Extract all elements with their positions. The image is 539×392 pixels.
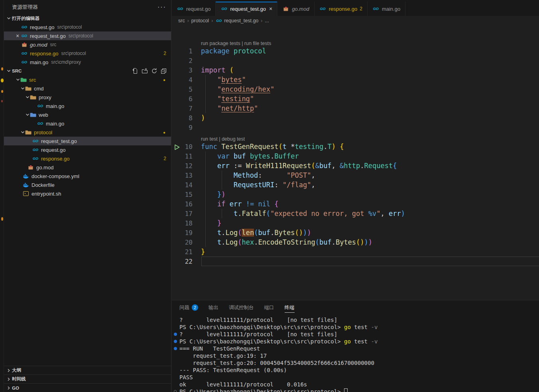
tree-label: go.mod: [36, 165, 53, 171]
chevron-down-icon: [6, 69, 12, 73]
line-number: 15: [172, 191, 193, 198]
panel-tab-label: 输出: [209, 304, 218, 311]
go-icon: GO: [220, 7, 228, 11]
code-line-18[interactable]: 18 }: [172, 218, 539, 228]
code-line-8[interactable]: 8): [172, 113, 539, 123]
code-line-5[interactable]: 5 "encoding/hex": [172, 84, 539, 94]
panel-tab-端口[interactable]: 端口: [264, 300, 274, 315]
section-label: 时间线: [12, 376, 26, 382]
panel-tab-label: 调试控制台: [229, 304, 254, 311]
open-editor-item-request_test.go[interactable]: ×GOrequest_test.gosrc\protocol: [4, 31, 171, 40]
close-icon[interactable]: ×: [14, 33, 21, 39]
code-line-15[interactable]: 15 }): [172, 190, 539, 199]
tree-folder-web[interactable]: web: [4, 110, 171, 119]
refresh-icon[interactable]: [151, 68, 157, 74]
tree-file-main.go[interactable]: GOmain.go: [4, 102, 171, 110]
code-line-22[interactable]: 22: [172, 257, 539, 266]
activity-badge-icon: [1, 100, 3, 102]
line-number: 18: [172, 220, 193, 227]
code-line-3[interactable]: 3import (: [172, 65, 539, 75]
tab-request_test.go[interactable]: GOrequest_test.go×: [216, 2, 277, 16]
panel-tab-输出[interactable]: 输出: [209, 300, 218, 315]
breadcrumb[interactable]: src›protocol›GOrequest_test.go›...: [172, 16, 539, 25]
open-editor-item-main.go[interactable]: GOmain.gosrc\cmd\proxy: [4, 58, 171, 67]
go-icon: GO: [319, 7, 327, 11]
open-editors-header[interactable]: 打开的编辑器: [4, 14, 171, 23]
new-file-icon[interactable]: [132, 68, 138, 74]
tree-file-go.mod[interactable]: go.mod: [4, 163, 171, 172]
code-line-1[interactable]: 1package protocol: [172, 46, 539, 56]
tab-request.go[interactable]: GOrequest.go: [172, 2, 216, 16]
panel-tab-终端[interactable]: 终端: [285, 300, 295, 315]
terminal-line: --- PASS: TestGenRequest (0.00s): [172, 367, 539, 374]
code-line-7[interactable]: 7 "net/http": [172, 104, 539, 113]
code-line-20[interactable]: 20 t.Log(hex.EncodeToString(buf.Bytes())…: [172, 237, 539, 247]
file-name: response.go: [30, 51, 59, 57]
code-editor[interactable]: run package tests | run file tests1packa…: [172, 37, 539, 300]
tree-file-entrypoint.sh[interactable]: >_entrypoint.sh: [4, 189, 171, 198]
breadcrumb-item[interactable]: ...: [265, 18, 269, 24]
tree-folder-protocol[interactable]: protocol●: [4, 128, 171, 137]
new-folder-icon[interactable]: [142, 68, 148, 74]
code-line-16[interactable]: 16 if err != nil {: [172, 199, 539, 209]
tree-file-main.go[interactable]: GOmain.go: [4, 119, 171, 128]
go-icon: GO: [37, 104, 44, 108]
breadcrumb-item[interactable]: src: [178, 18, 185, 24]
code-line-14[interactable]: 14 RequestURI: "/flag",: [172, 180, 539, 190]
more-actions-icon[interactable]: ···: [157, 4, 166, 11]
tree-file-response.go[interactable]: GOresponse.go2: [4, 154, 171, 163]
go-icon: GO: [37, 122, 44, 125]
code-line-21[interactable]: 21}: [172, 247, 539, 257]
tab-go.mod[interactable]: go.mod: [277, 2, 314, 16]
open-editor-item-response.go[interactable]: GOresponse.gosrc\protocol2: [4, 49, 171, 58]
code-line-19[interactable]: 19 t.Log(len(buf.Bytes())): [172, 228, 539, 237]
collapse-all-icon[interactable]: [161, 68, 167, 74]
code-line-2[interactable]: 2: [172, 56, 539, 65]
tree-folder-cmd[interactable]: cmd: [4, 84, 171, 93]
line-number: 19: [172, 229, 193, 237]
line-number: 22: [172, 258, 193, 265]
tree-file-request_test.go[interactable]: GOrequest_test.go: [4, 137, 171, 145]
activity-bar-sliver[interactable]: [0, 0, 4, 392]
code-line-17[interactable]: 17 t.Fatalf("expected no error, got %v",…: [172, 209, 539, 218]
src-section-header[interactable]: SRC: [4, 67, 171, 75]
tree-file-docker-compose.yml[interactable]: docker-compose.yml: [4, 172, 171, 180]
sidebar-section-大纲[interactable]: 大纲: [4, 366, 171, 374]
sidebar-section-GO[interactable]: GO: [4, 383, 171, 392]
tree-file-request.go[interactable]: GOrequest.go: [4, 145, 171, 154]
panel-tab-调试控制台[interactable]: 调试控制台: [229, 300, 254, 315]
sidebar-section-时间线[interactable]: 时间线: [4, 374, 171, 383]
tree-folder-src[interactable]: src●: [4, 75, 171, 84]
breadcrumb-item[interactable]: GOrequest_test.go: [215, 18, 258, 24]
close-icon[interactable]: ×: [269, 6, 272, 12]
line-number: 20: [172, 239, 193, 246]
code-line-4[interactable]: 4 "bytes": [172, 75, 539, 84]
tab-response.go[interactable]: GOresponse.go2: [315, 2, 368, 16]
terminal-cursor: [344, 388, 348, 392]
terminal[interactable]: ? level111111/protocol [no test files]PS…: [172, 316, 539, 392]
code-line-10[interactable]: 10func TestGenRequest(t *testing.T) {: [172, 142, 539, 151]
code-line-6[interactable]: 6 "testing": [172, 94, 539, 104]
codelens[interactable]: run package tests | run file tests: [172, 37, 539, 46]
tab-main.go[interactable]: GOmain.go: [368, 2, 405, 16]
breadcrumb-item[interactable]: protocol: [191, 18, 209, 24]
run-test-icon[interactable]: [174, 144, 180, 152]
code-line-11[interactable]: 11 var buf bytes.Buffer: [172, 151, 539, 161]
code-line-9[interactable]: 9: [172, 123, 539, 132]
code-line-12[interactable]: 12 err := WriteH111Request(&buf, &http.R…: [172, 161, 539, 171]
open-editor-item-go.mod[interactable]: go.modsrc: [4, 40, 171, 49]
line-number: 5: [172, 86, 193, 93]
tree-folder-proxy[interactable]: proxy: [4, 93, 171, 102]
terminal-icon: >_: [22, 191, 30, 196]
command-marker-icon: [174, 390, 177, 392]
section-label: GO: [12, 386, 19, 390]
tree-label: response.go: [41, 156, 70, 162]
line-number: 12: [172, 162, 193, 170]
panel-tab-问题[interactable]: 问题2: [179, 300, 198, 315]
code-line-13[interactable]: 13 Method: "POST",: [172, 171, 539, 180]
codelens[interactable]: run test | debug test: [172, 132, 539, 142]
open-editor-item-request.go[interactable]: GOrequest.gosrc\protocol: [4, 23, 171, 31]
tree-file-Dockerfile[interactable]: Dockerfile: [4, 180, 171, 189]
file-name: main.go: [30, 59, 48, 65]
panel-tab-label: 问题: [179, 304, 189, 311]
